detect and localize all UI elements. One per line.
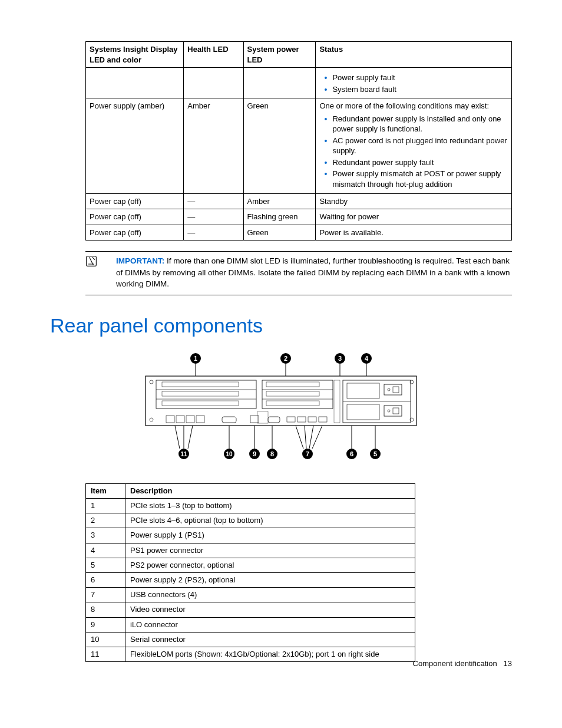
important-label: IMPORTANT: [116, 256, 164, 265]
cell-status: Power supply faultSystem board fault [316, 68, 512, 98]
svg-text:5: 5 [373, 450, 377, 457]
cell-item: 8 [86, 602, 125, 617]
table-row: 7USB connectors (4) [86, 588, 415, 602]
list-item: AC power cord is not plugged into redund… [332, 136, 508, 156]
table-row: Power cap (off)—GreenPower is available. [86, 225, 512, 241]
cell-health [184, 68, 243, 98]
svg-text:3: 3 [338, 355, 342, 362]
table-row: 4PS1 power connector [86, 543, 415, 558]
cell-health: Amber [184, 98, 243, 193]
svg-rect-66 [186, 416, 194, 423]
cell-status: Waiting for power [316, 209, 512, 225]
th-health: Health LED [184, 42, 243, 68]
cell-sid: Power supply (amber) [86, 98, 184, 193]
table-row: 5PS2 power connector, optional [86, 558, 415, 572]
cell-health: — [184, 193, 243, 209]
cell-status: One or more of the following conditions … [316, 98, 512, 193]
svg-line-30 [305, 426, 306, 449]
cell-item: 1 [86, 499, 125, 513]
th-status: Status [316, 42, 512, 68]
svg-line-32 [312, 426, 322, 449]
svg-rect-49 [266, 382, 319, 387]
table-row: 2PCIe slots 4–6, optional (top to bottom… [86, 513, 415, 528]
table-row: Power cap (off)—Flashing greenWaiting fo… [86, 209, 512, 225]
cell-desc: Power supply 1 (PS1) [125, 528, 415, 543]
table-row: 1PCIe slots 1–3 (top to bottom) [86, 499, 415, 513]
cell-sid: Power cap (off) [86, 193, 184, 209]
important-note: IMPORTANT: If more than one DIMM slot LE… [85, 251, 512, 295]
footer-page: 13 [504, 659, 512, 668]
cell-power: Green [243, 225, 316, 241]
cell-power [243, 68, 316, 98]
list-item: System board fault [332, 84, 508, 95]
table-row: 9iLO connector [86, 617, 415, 632]
table-row: Power cap (off)—AmberStandby [86, 193, 512, 209]
svg-text:10: 10 [226, 451, 233, 457]
svg-line-17 [188, 426, 193, 449]
table-row: 3Power supply 1 (PS1) [86, 528, 415, 543]
cell-status: Standby [316, 193, 512, 209]
svg-text:11: 11 [180, 451, 187, 457]
document-page: Systems Insight Display LED and color He… [0, 0, 562, 691]
svg-rect-65 [176, 416, 184, 423]
svg-rect-45 [162, 401, 239, 406]
svg-rect-40 [156, 380, 256, 409]
cell-item: 5 [86, 558, 125, 572]
cell-desc: Serial connector [125, 632, 415, 647]
cell-item: 3 [86, 528, 125, 543]
cell-desc: PCIe slots 4–6, optional (top to bottom) [125, 513, 415, 528]
svg-rect-67 [196, 416, 204, 423]
cell-desc: Power supply 2 (PS2), optional [125, 573, 415, 588]
cell-item: 6 [86, 573, 125, 588]
cell-item: 2 [86, 513, 125, 528]
cell-item: 4 [86, 543, 125, 558]
rear-panel-diagram: 1 2 3 4 11 10 9 8 7 6 5 [50, 348, 512, 466]
svg-text:1: 1 [194, 355, 197, 362]
svg-text:2: 2 [284, 355, 287, 362]
svg-rect-43 [162, 382, 239, 387]
cell-power: Flashing green [243, 209, 316, 225]
svg-line-29 [296, 426, 303, 449]
svg-point-75 [150, 380, 153, 384]
cell-desc: PCIe slots 1–3 (top to bottom) [125, 499, 415, 513]
cell-desc: PS2 power connector, optional [125, 558, 415, 572]
svg-rect-68 [222, 417, 236, 423]
cell-desc: FlexibleLOM ports (Shown: 4x1Gb/Optional… [125, 647, 415, 661]
svg-text:9: 9 [253, 450, 256, 457]
table-row: 10Serial connector [86, 632, 415, 647]
table-row: 11FlexibleLOM ports (Shown: 4x1Gb/Option… [86, 647, 415, 661]
svg-rect-56 [347, 383, 379, 398]
svg-point-62 [388, 410, 390, 412]
th-item: Item [86, 483, 125, 498]
svg-line-15 [175, 426, 180, 449]
cell-item: 10 [86, 632, 125, 647]
list-item: Power supply mismatch at POST or power s… [332, 169, 508, 189]
svg-point-58 [388, 388, 390, 391]
svg-point-76 [150, 418, 153, 421]
table-header-row: Item Description [86, 483, 415, 498]
svg-rect-51 [266, 401, 319, 406]
table-row: Power supply faultSystem board fault [86, 68, 512, 98]
led-status-table: Systems Insight Display LED and color He… [85, 41, 512, 241]
svg-rect-59 [393, 387, 399, 393]
cell-sid: Power cap (off) [86, 209, 184, 225]
list-item: Redundant power supply is installed and … [332, 114, 508, 134]
cell-desc: Video connector [125, 602, 415, 617]
cell-item: 11 [86, 647, 125, 661]
svg-rect-64 [166, 416, 174, 423]
cell-sid [86, 68, 184, 98]
table-row: 6Power supply 2 (PS2), optional [86, 573, 415, 588]
cell-item: 7 [86, 588, 125, 602]
svg-rect-53 [334, 380, 340, 423]
footer-section: Component identification [413, 659, 497, 668]
table-header-row: Systems Insight Display LED and color He… [86, 42, 512, 68]
svg-rect-46 [262, 380, 333, 409]
th-power: System power LED [243, 42, 316, 68]
table-row: Power supply (amber)AmberGreenOne or mor… [86, 98, 512, 193]
svg-text:4: 4 [365, 355, 369, 362]
components-table: Item Description 1PCIe slots 1–3 (top to… [85, 483, 415, 662]
th-sid: Systems Insight Display LED and color [86, 42, 184, 68]
svg-rect-71 [287, 417, 295, 422]
cell-item: 9 [86, 617, 125, 632]
svg-rect-73 [308, 417, 316, 422]
